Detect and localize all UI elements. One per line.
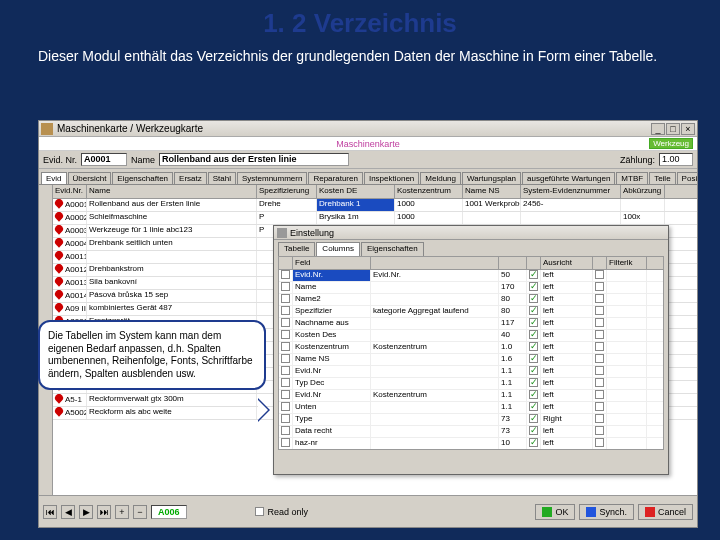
col-header[interactable]: Kosten DE — [317, 185, 395, 198]
dialog-tab[interactable]: Eigenschaften — [361, 242, 424, 256]
dialog-row[interactable]: Nachname aus117left — [279, 318, 663, 330]
dialog-title: Einstellung — [290, 228, 334, 238]
dialog-row[interactable]: Evid.NrKostenzentrum1.1left — [279, 390, 663, 402]
dialog-icon — [277, 228, 287, 238]
header-bar: Maschinenkarte Werkzeug — [39, 137, 697, 151]
cancel-icon — [645, 507, 655, 517]
form-row: Evid. Nr. A0001 Name Rollenband aus der … — [39, 151, 697, 169]
nav-add-button[interactable]: + — [115, 505, 129, 519]
sync-button[interactable]: Synch. — [579, 504, 634, 520]
tab-position[interactable]: Position — [677, 172, 697, 184]
nav-del-button[interactable]: − — [133, 505, 147, 519]
dialog-row[interactable]: KostenzentrumKostenzentrum1.0left — [279, 342, 663, 354]
tab-evid[interactable]: Evid — [41, 172, 67, 184]
count-label: Zählung: — [620, 155, 655, 165]
tab-inspektionen[interactable]: Inspektionen — [364, 172, 419, 184]
header-label: Maschinenkarte — [336, 139, 400, 149]
status-bar: ⏮ ◀ ▶ ⏭ + − A006 Read only OK Synch. Can… — [39, 495, 697, 527]
readonly-checkbox[interactable] — [255, 507, 264, 516]
callout-box: Die Tabellen im System kann man dem eige… — [38, 320, 266, 390]
minimize-button[interactable]: _ — [651, 123, 665, 135]
dialog-col-header[interactable]: Feld — [293, 257, 371, 269]
app-icon — [41, 123, 53, 135]
maximize-button[interactable]: □ — [666, 123, 680, 135]
count-input[interactable]: 1.00 — [659, 153, 693, 166]
dialog-col-header[interactable] — [371, 257, 499, 269]
window-title: Maschinenkarte / Werkzeugkarte — [57, 123, 650, 134]
tab-wartungsplan[interactable]: Wartungsplan — [462, 172, 521, 184]
tab-eigenschaften[interactable]: Eigenschaften — [112, 172, 173, 184]
tab-mtbf[interactable]: MTBF — [616, 172, 648, 184]
dialog-col-header[interactable] — [527, 257, 541, 269]
slide-description: Dieser Modul enthält das Verzeichnis der… — [0, 47, 720, 73]
dialog-tab[interactable]: Tabelle — [278, 242, 315, 256]
readonly-label: Read only — [268, 507, 309, 517]
col-header[interactable]: Abkürzung — [621, 185, 665, 198]
ok-button[interactable]: OK — [535, 504, 575, 520]
dialog-col-header[interactable] — [593, 257, 607, 269]
evid-input[interactable]: A0001 — [81, 153, 127, 166]
check-icon — [542, 507, 552, 517]
col-header[interactable]: Name — [87, 185, 257, 198]
dialog-row[interactable]: Evid.Nr.Evid.Nr.50left — [279, 270, 663, 282]
nav-next-button[interactable]: ▶ — [79, 505, 93, 519]
tool-badge[interactable]: Werkzeug — [649, 138, 693, 149]
dialog-row[interactable]: Evid.Nr1.1left — [279, 366, 663, 378]
dialog-row[interactable]: Name170left — [279, 282, 663, 294]
dialog-row[interactable]: Data recht73left — [279, 426, 663, 438]
nav-last-button[interactable]: ⏭ — [97, 505, 111, 519]
dialog-col-header[interactable]: Ausricht — [541, 257, 593, 269]
dialog-row[interactable]: Name280left — [279, 294, 663, 306]
evid-label: Evid. Nr. — [43, 155, 77, 165]
tab-reparaturen[interactable]: Reparaturen — [308, 172, 362, 184]
table-row[interactable]: A0002SchleifmaschinePBrysika 1m1000100x — [53, 212, 697, 225]
dialog-row[interactable]: Name NS1.6left — [279, 354, 663, 366]
dialog-row[interactable]: Unten1.1left — [279, 402, 663, 414]
slide-title: 1. 2 Verzeichnis — [0, 8, 720, 39]
dialog-row[interactable]: haz-nr10left — [279, 438, 663, 450]
dialog-col-header[interactable] — [279, 257, 293, 269]
dialog-row[interactable]: Spezifizierkategorie Aggregat laufend80l… — [279, 306, 663, 318]
col-header[interactable]: Spezifizierung — [257, 185, 317, 198]
tab-stahl[interactable]: Stahl — [208, 172, 236, 184]
tab-systemnummern[interactable]: Systemnummern — [237, 172, 307, 184]
col-header[interactable]: Evid.Nr. — [53, 185, 87, 198]
tab-übersicht[interactable]: Übersicht — [68, 172, 112, 184]
status-code: A006 — [151, 505, 187, 519]
nav-prev-button[interactable]: ◀ — [61, 505, 75, 519]
tab-teile[interactable]: Teile — [649, 172, 675, 184]
col-header[interactable]: Kostenzentrum — [395, 185, 463, 198]
titlebar: Maschinenkarte / Werkzeugkarte _ □ × — [39, 121, 697, 137]
tab-ausgeführte wartungen[interactable]: ausgeführte Wartungen — [522, 172, 615, 184]
dialog-row[interactable]: Kosten Des40left — [279, 330, 663, 342]
dialog-row[interactable]: Type73Right — [279, 414, 663, 426]
name-label: Name — [131, 155, 155, 165]
sync-icon — [586, 507, 596, 517]
col-header[interactable]: System-Evidenznummer — [521, 185, 621, 198]
settings-dialog: Einstellung TabelleColumnsEigenschaften … — [273, 225, 669, 475]
dialog-col-header[interactable] — [499, 257, 527, 269]
name-input[interactable]: Rollenband aus der Ersten linie — [159, 153, 349, 166]
dialog-tab[interactable]: Columns — [316, 242, 360, 256]
close-button[interactable]: × — [681, 123, 695, 135]
col-header[interactable]: Name NS — [463, 185, 521, 198]
cancel-button[interactable]: Cancel — [638, 504, 693, 520]
tab-ersatz[interactable]: Ersatz — [174, 172, 207, 184]
tab-strip: EvidÜbersichtEigenschaftenErsatzStahlSys… — [39, 169, 697, 185]
dialog-row[interactable]: Typ Dec1.1left — [279, 378, 663, 390]
nav-first-button[interactable]: ⏮ — [43, 505, 57, 519]
table-row[interactable]: A0001Rollenband aus der Ersten linieDreh… — [53, 199, 697, 212]
dialog-col-header[interactable]: Filterlk — [607, 257, 647, 269]
tab-meldung[interactable]: Meldung — [420, 172, 461, 184]
